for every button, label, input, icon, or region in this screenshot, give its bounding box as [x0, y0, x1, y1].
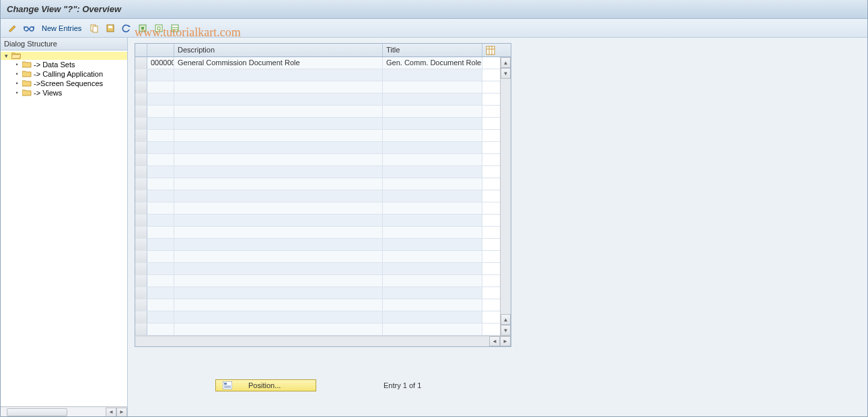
collapse-icon[interactable]: ▾: [3, 52, 9, 59]
table-row[interactable]: [135, 93, 511, 106]
scrollbar-track[interactable]: [501, 79, 511, 314]
table-row[interactable]: [135, 239, 511, 251]
table-row[interactable]: [135, 142, 511, 154]
dialog-structure-header: Dialog Structure: [0, 38, 127, 50]
svg-rect-5: [108, 26, 112, 28]
column-selector[interactable]: [135, 44, 147, 56]
scrollbar-track[interactable]: [0, 408, 106, 417]
table-row[interactable]: [135, 324, 511, 336]
window-title: Change View "?": Overview: [0, 0, 868, 19]
cell-description[interactable]: General Commission Document Role: [174, 57, 383, 69]
table-row[interactable]: [135, 106, 511, 118]
table-row[interactable]: [135, 287, 511, 299]
toolbar: New Entries: [0, 19, 868, 38]
scroll-right-icon[interactable]: ►: [500, 336, 511, 346]
glasses-icon[interactable]: [23, 22, 35, 34]
tree-label: -> Views: [34, 89, 62, 97]
copy-icon[interactable]: [88, 22, 100, 34]
table-row[interactable]: [135, 190, 511, 202]
main-area: Description Title 000000 General Commiss…: [128, 38, 868, 417]
cell-title[interactable]: Gen. Comm. Document Role: [383, 57, 482, 69]
table-row[interactable]: [135, 118, 511, 130]
configure-columns-icon[interactable]: [482, 44, 499, 56]
svg-rect-3: [93, 26, 98, 32]
scrollbar-thumb[interactable]: [7, 408, 67, 416]
table-row[interactable]: [135, 275, 511, 287]
table-row[interactable]: [135, 263, 511, 275]
svg-point-0: [24, 27, 28, 31]
table-row[interactable]: 000000 General Commission Document Role …: [135, 57, 511, 69]
table-settings-icon[interactable]: [169, 22, 181, 34]
table-row[interactable]: [135, 166, 511, 178]
position-button[interactable]: Position...: [215, 379, 316, 391]
new-entries-button[interactable]: New Entries: [39, 24, 84, 32]
folder-icon: [22, 80, 32, 87]
tree-label: -> Data Sets: [34, 61, 75, 69]
title-text: Change View "?": Overview: [7, 4, 121, 14]
tree-label: -> Calling Application: [34, 70, 103, 78]
table-row[interactable]: [135, 311, 511, 324]
table-row[interactable]: [135, 299, 511, 311]
svg-rect-18: [224, 383, 227, 385]
scroll-down-icon[interactable]: ▼: [501, 325, 511, 336]
folder-icon: [22, 71, 32, 77]
folder-icon: [22, 61, 32, 68]
column-id[interactable]: [147, 44, 174, 56]
svg-rect-10: [172, 25, 178, 32]
svg-rect-8: [155, 25, 162, 32]
table-body: 000000 General Commission Document Role …: [135, 57, 511, 336]
svg-rect-13: [486, 46, 495, 54]
deselect-all-icon[interactable]: [153, 22, 165, 34]
scrollbar-track[interactable]: [135, 336, 489, 346]
column-description[interactable]: Description: [174, 44, 383, 56]
cell-id[interactable]: 000000: [147, 57, 174, 69]
tree-item-screen-sequences[interactable]: • ->Screen Sequences: [0, 79, 127, 88]
table-header-row: Description Title: [135, 44, 511, 57]
tree-item-calling-application[interactable]: • -> Calling Application: [0, 69, 127, 79]
scroll-left-icon[interactable]: ◄: [106, 408, 116, 417]
table-row[interactable]: [135, 69, 511, 81]
dialog-tree: ▾ • -> Data Sets • -> Calling Applicatio…: [0, 50, 127, 417]
save-variant-icon[interactable]: [104, 22, 116, 34]
svg-point-1: [30, 27, 34, 31]
data-table: Description Title 000000 General Commiss…: [135, 43, 511, 347]
dialog-structure-panel: Dialog Structure ▾ • -> Data Sets •: [0, 38, 128, 417]
table-vscrollbar[interactable]: ▲ ▼ ▲ ▼: [500, 57, 511, 336]
entry-count: Entry 1 of 1: [384, 381, 421, 389]
position-icon: [223, 381, 232, 389]
table-row[interactable]: [135, 215, 511, 227]
svg-rect-17: [223, 381, 232, 389]
row-selector[interactable]: [135, 57, 147, 69]
scroll-up-icon[interactable]: ▲: [501, 314, 511, 325]
table-footer: Position... Entry 1 of 1: [215, 379, 421, 391]
select-all-icon[interactable]: [137, 22, 149, 34]
scroll-up-icon[interactable]: ▲: [501, 57, 511, 68]
dialog-hscrollbar[interactable]: ◄ ►: [0, 406, 127, 417]
table-row[interactable]: [135, 154, 511, 166]
scroll-left-icon[interactable]: ◄: [489, 336, 500, 346]
scroll-down-icon[interactable]: ▼: [501, 68, 511, 79]
bullet-icon: •: [13, 71, 20, 77]
folder-icon: [22, 89, 32, 96]
tree-item-data-sets[interactable]: • -> Data Sets: [0, 60, 127, 69]
tree-label: ->Screen Sequences: [34, 79, 103, 87]
table-row[interactable]: [135, 178, 511, 190]
bullet-icon: •: [13, 61, 20, 68]
tree-root-node[interactable]: ▾: [0, 52, 127, 60]
content-area: Dialog Structure ▾ • -> Data Sets •: [0, 38, 868, 417]
scroll-right-icon[interactable]: ►: [116, 408, 127, 417]
column-title[interactable]: Title: [383, 44, 482, 56]
table-row[interactable]: [135, 251, 511, 263]
position-label: Position...: [248, 381, 281, 389]
table-row[interactable]: [135, 81, 511, 93]
tree-item-views[interactable]: • -> Views: [0, 88, 127, 98]
bullet-icon: •: [13, 89, 20, 96]
table-hscrollbar[interactable]: ◄ ►: [135, 336, 511, 346]
table-row[interactable]: [135, 202, 511, 215]
edit-icon[interactable]: [7, 22, 19, 34]
table-row[interactable]: [135, 130, 511, 142]
undo-icon[interactable]: [120, 22, 133, 34]
bullet-icon: •: [13, 80, 20, 87]
table-row[interactable]: [135, 227, 511, 239]
folder-open-icon: [11, 52, 21, 59]
